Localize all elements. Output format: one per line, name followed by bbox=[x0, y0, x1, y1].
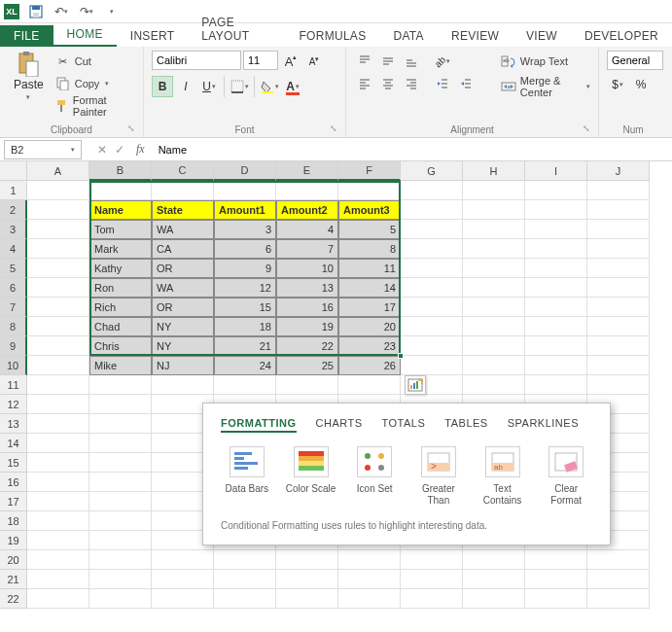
row-header[interactable]: 13 bbox=[0, 414, 27, 434]
cell[interactable] bbox=[525, 298, 587, 317]
font-color-button[interactable]: A▾ bbox=[282, 76, 303, 97]
cell[interactable] bbox=[27, 239, 89, 259]
italic-button[interactable]: I bbox=[175, 76, 196, 97]
cell[interactable] bbox=[401, 550, 463, 570]
tab-view[interactable]: VIEW bbox=[513, 25, 571, 47]
cell[interactable] bbox=[525, 550, 587, 570]
cell[interactable] bbox=[276, 589, 338, 609]
cell[interactable]: 16 bbox=[276, 298, 338, 317]
cell[interactable] bbox=[27, 589, 89, 609]
cell[interactable]: OR bbox=[152, 259, 214, 278]
cell[interactable] bbox=[401, 181, 463, 200]
cell[interactable] bbox=[27, 434, 89, 453]
cell[interactable]: 3 bbox=[214, 220, 276, 239]
cell[interactable] bbox=[587, 278, 650, 298]
cell[interactable]: 17 bbox=[338, 298, 401, 317]
qa-opt-icon-set[interactable]: Icon Set bbox=[348, 446, 401, 507]
cell[interactable] bbox=[27, 336, 89, 356]
cell[interactable]: 12 bbox=[214, 278, 276, 298]
cell[interactable] bbox=[463, 589, 525, 609]
cell[interactable] bbox=[587, 336, 650, 356]
border-button[interactable]: ▾ bbox=[229, 76, 250, 97]
cell[interactable] bbox=[401, 298, 463, 317]
cancel-formula-icon[interactable]: ✕ bbox=[97, 143, 107, 157]
cell[interactable] bbox=[89, 453, 152, 473]
cell[interactable] bbox=[152, 181, 214, 200]
cell[interactable] bbox=[89, 589, 152, 609]
qa-tab-charts[interactable]: CHARTS bbox=[316, 417, 363, 433]
cell[interactable] bbox=[27, 375, 89, 395]
row-header[interactable]: 12 bbox=[0, 395, 27, 414]
cell[interactable] bbox=[214, 181, 276, 200]
increase-indent-button[interactable] bbox=[455, 73, 477, 94]
col-header[interactable]: I bbox=[525, 161, 587, 181]
cell[interactable] bbox=[587, 356, 650, 375]
quick-analysis-button[interactable] bbox=[405, 375, 426, 395]
cell[interactable]: NY bbox=[152, 336, 214, 356]
copy-button[interactable]: Copy▾ bbox=[55, 73, 135, 94]
qa-tab-totals[interactable]: TOTALS bbox=[382, 417, 426, 433]
cell[interactable] bbox=[587, 259, 650, 278]
cell[interactable] bbox=[338, 570, 401, 589]
cell[interactable] bbox=[401, 200, 463, 220]
cell[interactable] bbox=[276, 550, 338, 570]
cut-button[interactable]: ✂Cut bbox=[55, 51, 135, 72]
cell[interactable] bbox=[27, 220, 89, 239]
cell[interactable] bbox=[27, 259, 89, 278]
cell[interactable] bbox=[27, 492, 89, 511]
cell[interactable]: Rich bbox=[89, 298, 152, 317]
cell[interactable]: 8 bbox=[338, 239, 401, 259]
cell[interactable] bbox=[214, 375, 276, 395]
cell[interactable] bbox=[463, 550, 525, 570]
cell[interactable] bbox=[27, 570, 89, 589]
cell[interactable] bbox=[401, 220, 463, 239]
cell[interactable] bbox=[587, 550, 650, 570]
col-header[interactable]: C bbox=[152, 161, 214, 181]
cell[interactable] bbox=[27, 356, 89, 375]
qa-opt-text-contains[interactable]: ab Text Contains bbox=[477, 446, 529, 507]
row-header[interactable]: 7 bbox=[0, 298, 27, 317]
row-header[interactable]: 6 bbox=[0, 278, 27, 298]
cell[interactable] bbox=[152, 550, 214, 570]
qa-tab-formatting[interactable]: FORMATTING bbox=[221, 417, 297, 433]
cell[interactable] bbox=[89, 181, 152, 200]
row-header[interactable]: 4 bbox=[0, 239, 27, 259]
cell[interactable]: 18 bbox=[214, 317, 276, 336]
cell[interactable] bbox=[89, 473, 152, 492]
enter-formula-icon[interactable]: ✓ bbox=[115, 143, 124, 157]
cell[interactable]: Amount2 bbox=[276, 200, 338, 220]
cell[interactable] bbox=[401, 278, 463, 298]
tab-home[interactable]: HOME bbox=[53, 23, 117, 47]
cell[interactable] bbox=[463, 239, 525, 259]
cell[interactable]: 15 bbox=[214, 298, 276, 317]
qa-tab-sparklines[interactable]: SPARKLINES bbox=[508, 417, 579, 433]
cell[interactable]: 26 bbox=[338, 356, 401, 375]
cell[interactable]: 13 bbox=[276, 278, 338, 298]
undo-icon[interactable]: ↶▾ bbox=[53, 3, 70, 20]
cell[interactable]: 9 bbox=[214, 259, 276, 278]
underline-button[interactable]: U▾ bbox=[198, 76, 220, 97]
cell[interactable] bbox=[587, 317, 650, 336]
cell[interactable] bbox=[401, 589, 463, 609]
clipboard-launcher[interactable]: ⤡ bbox=[127, 123, 135, 133]
cell[interactable] bbox=[214, 589, 276, 609]
cell[interactable]: 24 bbox=[214, 356, 276, 375]
cell[interactable]: Tom bbox=[89, 220, 152, 239]
cell[interactable]: Mark bbox=[89, 239, 152, 259]
cell[interactable] bbox=[276, 570, 338, 589]
cell[interactable] bbox=[587, 375, 650, 395]
cell[interactable] bbox=[587, 239, 650, 259]
tab-file[interactable]: FILE bbox=[0, 25, 53, 47]
tab-page-layout[interactable]: PAGE LAYOUT bbox=[188, 12, 285, 47]
cell[interactable] bbox=[525, 278, 587, 298]
cell[interactable] bbox=[525, 200, 587, 220]
format-painter-button[interactable]: Format Painter bbox=[55, 95, 135, 117]
cell[interactable] bbox=[27, 414, 89, 434]
cell[interactable]: CA bbox=[152, 239, 214, 259]
row-header[interactable]: 8 bbox=[0, 317, 27, 336]
row-header[interactable]: 10 bbox=[0, 356, 27, 375]
cell[interactable]: 7 bbox=[276, 239, 338, 259]
cell[interactable]: State bbox=[152, 200, 214, 220]
cell[interactable] bbox=[338, 375, 401, 395]
cell[interactable]: Amount1 bbox=[214, 200, 276, 220]
